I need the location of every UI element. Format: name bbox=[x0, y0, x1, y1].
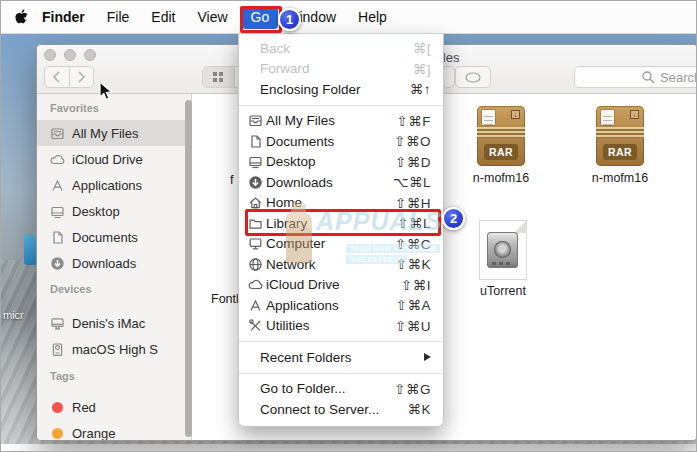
file-utorrent[interactable]: uTorrent bbox=[472, 221, 534, 298]
documents-icon bbox=[247, 134, 264, 149]
sidebar-header-favorites: Favorites bbox=[37, 102, 191, 120]
utilities-icon bbox=[247, 318, 264, 333]
menu-item-label: Computer bbox=[266, 236, 325, 251]
go-menu-item-desktop[interactable]: Desktop⇧⌘D bbox=[239, 152, 443, 173]
menubar-item-finder[interactable]: Finder bbox=[31, 1, 96, 34]
orange-tag-icon bbox=[49, 427, 66, 440]
sidebar-item-label: All My Files bbox=[72, 126, 138, 141]
go-menu-item-forward[interactable]: Forward⌘] bbox=[239, 59, 443, 80]
sidebar-item-desktop[interactable]: Desktop bbox=[37, 198, 191, 224]
minimize-window-button[interactable] bbox=[64, 49, 76, 61]
desktop-icon bbox=[247, 154, 264, 169]
sidebar-item-all-my-files[interactable]: All My Files bbox=[37, 120, 191, 146]
go-menu-item-applications[interactable]: Applications⇧⌘A bbox=[239, 295, 443, 316]
annotation-box-library bbox=[245, 209, 441, 236]
rar-archive-icon: ↓ RAR bbox=[477, 106, 525, 166]
rar-stripe-band bbox=[477, 127, 525, 138]
file-n-mofm16[interactable]: ↓ RAR n-mofm16 bbox=[589, 106, 651, 185]
imac-icon bbox=[49, 316, 66, 331]
menubar-item-file[interactable]: File bbox=[96, 1, 141, 34]
rar-doc-corner bbox=[482, 110, 495, 125]
go-menu-item-documents[interactable]: Documents⇧⌘O bbox=[239, 131, 443, 152]
annotation-box-go bbox=[240, 6, 282, 33]
partial-file-label: f bbox=[230, 173, 233, 187]
sidebar-item-orange[interactable]: Orange bbox=[37, 420, 191, 441]
search-input[interactable]: Search bbox=[574, 66, 697, 88]
close-window-button[interactable] bbox=[44, 49, 56, 61]
sidebar-item-icloud-drive[interactable]: iCloud Drive bbox=[37, 146, 191, 172]
sidebar-item-label: Desktop bbox=[72, 204, 120, 219]
menu-shortcut: ⇧⌘G bbox=[394, 381, 431, 397]
go-menu-item-connect-to-server[interactable]: Connect to Server...⌘K bbox=[239, 399, 443, 420]
applications-icon bbox=[247, 298, 264, 313]
menu-item-label: All My Files bbox=[266, 113, 335, 128]
navigation-buttons bbox=[44, 66, 94, 88]
rar-archive-icon: ↓ RAR bbox=[596, 106, 644, 166]
menu-item-label: Back bbox=[260, 41, 290, 56]
all-my-files-icon bbox=[49, 126, 66, 141]
back-button[interactable] bbox=[45, 67, 69, 87]
sidebar-item-documents[interactable]: Documents bbox=[37, 224, 191, 250]
sidebar-item-label: Orange bbox=[72, 426, 115, 441]
menu-shortcut: ⇧⌘U bbox=[395, 318, 431, 334]
zoom-window-button[interactable] bbox=[84, 49, 96, 61]
file-n-mofm16[interactable]: ↓ RAR n-mofm16 bbox=[470, 106, 532, 185]
sidebar-item-denis-s-imac[interactable]: Denis's iMac bbox=[37, 310, 191, 336]
file-name-label: n-mofm16 bbox=[470, 171, 532, 185]
go-menu-item-back[interactable]: Back⌘[ bbox=[239, 38, 443, 59]
menu-item-label: iCloud Drive bbox=[266, 277, 340, 292]
menu-shortcut: ⌥⌘L bbox=[393, 174, 431, 190]
tag-oval-icon bbox=[465, 72, 481, 83]
sidebar-item-label: Applications bbox=[72, 178, 142, 193]
disk-image-icon bbox=[480, 221, 526, 279]
menu-shortcut: ⇧⌘I bbox=[401, 277, 431, 293]
menubar-item-edit[interactable]: Edit bbox=[140, 1, 186, 34]
tags-button[interactable] bbox=[455, 66, 491, 88]
menu-bar: FinderFileEditViewGoWindowHelp bbox=[1, 1, 697, 34]
icon-view-button[interactable] bbox=[203, 67, 234, 87]
menu-shortcut: ⌘] bbox=[413, 61, 431, 77]
menu-item-label: Documents bbox=[266, 134, 334, 149]
annotation-badge-2: 2 bbox=[442, 207, 465, 230]
menubar-item-help[interactable]: Help bbox=[347, 1, 398, 34]
sidebar-item-red[interactable]: Red bbox=[37, 394, 191, 420]
go-menu-item-icloud-drive[interactable]: iCloud Drive⇧⌘I bbox=[239, 275, 443, 296]
menu-separator bbox=[239, 105, 443, 106]
menu-item-label: Enclosing Folder bbox=[260, 82, 361, 97]
go-menu-item-network[interactable]: Network⇧⌘K bbox=[239, 254, 443, 275]
menu-item-label: Utilities bbox=[266, 318, 310, 333]
sidebar: FavoritesAll My FilesiCloud DriveApplica… bbox=[37, 94, 192, 441]
go-menu-item-computer[interactable]: Computer⇧⌘C bbox=[239, 234, 443, 255]
go-menu-item-go-to-folder[interactable]: Go to Folder...⇧⌘G bbox=[239, 379, 443, 400]
menu-item-label: Connect to Server... bbox=[260, 402, 379, 417]
file-name-label: n-mofm16 bbox=[589, 171, 651, 185]
menu-bar-items: FinderFileEditViewGoWindowHelp bbox=[29, 1, 398, 34]
sidebar-scrollbar[interactable] bbox=[185, 100, 192, 437]
forward-button[interactable] bbox=[69, 67, 93, 87]
menu-shortcut: ⇧⌘A bbox=[396, 297, 431, 313]
menubar-item-view[interactable]: View bbox=[186, 1, 238, 34]
go-menu-item-utilities[interactable]: Utilities⇧⌘U bbox=[239, 316, 443, 337]
apple-logo-icon[interactable] bbox=[15, 9, 29, 25]
sidebar-item-label: iCloud Drive bbox=[72, 152, 143, 167]
go-menu-item-enclosing-folder[interactable]: Enclosing Folder⌘↑ bbox=[239, 79, 443, 100]
rar-plaque-label: RAR bbox=[603, 144, 637, 160]
sidebar-item-label: macOS High S bbox=[72, 342, 158, 357]
drive-glyph bbox=[487, 232, 518, 268]
rar-plaque-label: RAR bbox=[484, 144, 518, 160]
sidebar-item-downloads[interactable]: Downloads bbox=[37, 250, 191, 276]
documents-icon bbox=[49, 230, 66, 245]
disk-icon bbox=[49, 342, 66, 357]
go-menu-item-all-my-files[interactable]: All My Files⇧⌘F bbox=[239, 111, 443, 132]
menu-shortcut: ⇧⌘K bbox=[396, 256, 431, 272]
menu-item-label: Go to Folder... bbox=[260, 381, 346, 396]
cloud-icon bbox=[247, 277, 264, 292]
desktop-icon-label: micr bbox=[3, 309, 24, 321]
menu-shortcut: ⇧⌘D bbox=[395, 154, 431, 170]
menu-shortcut: ⌘[ bbox=[413, 40, 431, 56]
downloads-icon bbox=[247, 175, 264, 190]
go-menu-item-recent-folders[interactable]: Recent Folders bbox=[239, 347, 443, 368]
go-menu-item-downloads[interactable]: Downloads⌥⌘L bbox=[239, 172, 443, 193]
sidebar-item-applications[interactable]: Applications bbox=[37, 172, 191, 198]
sidebar-item-macos-high-s[interactable]: macOS High S bbox=[37, 336, 191, 362]
